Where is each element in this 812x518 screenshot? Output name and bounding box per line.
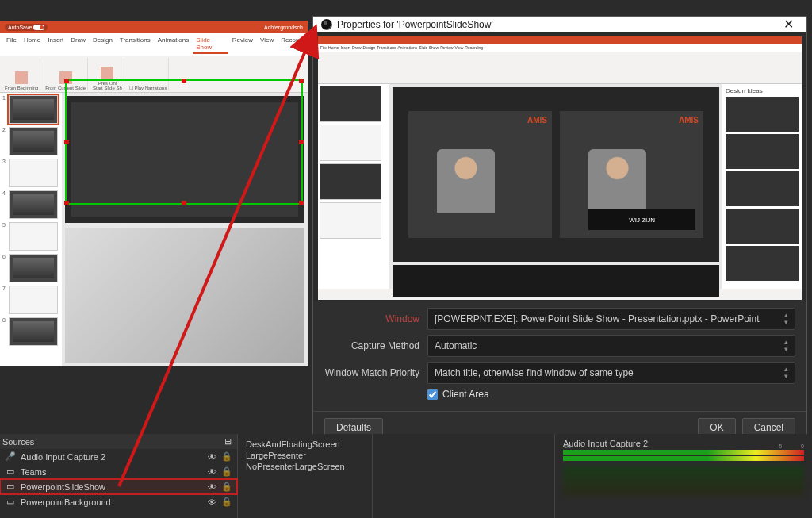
- scene-item[interactable]: LargePresenter: [246, 450, 364, 461]
- banner-text: WIJ ZIJN: [588, 209, 695, 230]
- ribbon-play-narrations[interactable]: Play Narrations: [134, 86, 167, 90]
- window-select[interactable]: [POWERPNT.EXE]: PowerPoint Slide Show - …: [427, 308, 795, 330]
- client-area-label: Client Area: [442, 389, 489, 400]
- capture-method-select[interactable]: Automatic▴▾: [427, 335, 795, 357]
- slide-thumb[interactable]: [9, 159, 58, 187]
- menu-transitions[interactable]: Transitions: [117, 35, 154, 54]
- source-item[interactable]: ▭Teams👁🔒: [0, 464, 237, 479]
- slide-thumb[interactable]: [9, 286, 58, 314]
- menu-slide-show[interactable]: Slide Show: [193, 35, 228, 54]
- ppt-ribbon: From Beginning From Current Slide Pres O…: [0, 56, 308, 93]
- brand-label: AMIS: [679, 116, 699, 125]
- properties-titlebar: Properties for 'PowerpointSlideShow' ✕: [313, 17, 806, 32]
- brand-label: AMIS: [527, 116, 547, 125]
- source-item[interactable]: ▭PowerpointBackground👁🔒: [0, 494, 237, 509]
- slide-thumb[interactable]: [9, 222, 58, 251]
- menu-record[interactable]: Record: [278, 35, 304, 54]
- menu-home[interactable]: Home: [21, 35, 44, 54]
- audio-meter: [563, 456, 804, 461]
- obs-logo-icon: [321, 19, 332, 30]
- audio-meter: -60-50: [563, 450, 804, 455]
- powerpoint-window: AutoSave Achtergrondsch FileHomeInsertDr…: [0, 21, 308, 354]
- source-item[interactable]: 🎤Audio Input Capture 2👁🔒: [0, 449, 237, 464]
- menu-file[interactable]: File: [3, 35, 20, 54]
- properties-title: Properties for 'PowerpointSlideShow': [337, 19, 493, 30]
- slide-thumb[interactable]: [9, 127, 58, 155]
- ppt-thumbnails[interactable]: 12345678: [0, 93, 62, 366]
- autosave-toggle[interactable]: AutoSave: [5, 24, 48, 31]
- mic-icon: 🎤: [5, 452, 16, 462]
- add-source-button[interactable]: ⊞: [221, 436, 235, 447]
- window-icon: ▭: [5, 467, 16, 477]
- menu-draw[interactable]: Draw: [67, 35, 89, 54]
- source-item[interactable]: ▭PowerpointSlideShow👁🔒: [0, 479, 237, 494]
- match-priority-label: Window Match Priority: [324, 367, 419, 378]
- obs-bottom-panel: Sources⊞ 🎤Audio Input Capture 2👁🔒▭Teams👁…: [0, 434, 812, 518]
- ribbon-from-current[interactable]: From Current Slide: [45, 86, 86, 90]
- ppt-menubar: FileHomeInsertDrawDesignTransitionsAnima…: [0, 33, 308, 56]
- menu-view[interactable]: View: [257, 35, 277, 54]
- slide-thumb[interactable]: [9, 190, 58, 219]
- ribbon-start-section: Start Slide Sh: [93, 86, 122, 90]
- lock-toggle[interactable]: 🔒: [221, 466, 232, 477]
- visibility-toggle[interactable]: 👁: [208, 497, 216, 507]
- lock-toggle[interactable]: 🔒: [221, 482, 232, 492]
- client-area-checkbox[interactable]: [427, 389, 438, 400]
- menu-insert[interactable]: Insert: [44, 35, 67, 54]
- design-ideas-panel[interactable]: Design Ideas: [722, 84, 802, 289]
- ppt-titlebar: AutoSave Achtergrondsch: [0, 21, 308, 33]
- sources-title: Sources: [2, 437, 34, 447]
- properties-dialog: Properties for 'PowerpointSlideShow' ✕ F…: [312, 16, 807, 444]
- sources-panel: Sources⊞ 🎤Audio Input Capture 2👁🔒▭Teams👁…: [0, 434, 238, 518]
- menu-review[interactable]: Review: [229, 35, 256, 54]
- visibility-toggle[interactable]: 👁: [208, 482, 216, 492]
- visibility-toggle[interactable]: 👁: [208, 467, 216, 477]
- audio-mixer: Audio Input Capture 2 -60-50: [555, 434, 812, 518]
- menu-design[interactable]: Design: [90, 35, 116, 54]
- window-icon: ▭: [5, 497, 16, 507]
- properties-form: Window [POWERPNT.EXE]: PowerPoint Slide …: [313, 301, 806, 411]
- menu-animations[interactable]: Animations: [155, 35, 193, 54]
- capture-method-label: Capture Method: [324, 340, 419, 351]
- lock-toggle[interactable]: 🔒: [221, 497, 232, 507]
- ppt-title: Achtergrondsch: [264, 25, 303, 30]
- visibility-toggle[interactable]: 👁: [208, 452, 216, 462]
- scene-item[interactable]: DeskAndFloatingScreen: [246, 439, 364, 450]
- slide-thumb[interactable]: [9, 95, 58, 124]
- slide-thumb[interactable]: [9, 317, 58, 346]
- properties-preview: FileHomeInsertDrawDesignTransitionsAnima…: [313, 32, 806, 301]
- match-priority-select[interactable]: Match title, otherwise find window of sa…: [427, 362, 795, 384]
- slide-thumb[interactable]: [9, 254, 58, 282]
- window-icon: ▭: [5, 482, 16, 492]
- ppt-canvas[interactable]: [62, 93, 308, 366]
- scenes-list[interactable]: DeskAndFloatingScreenLargePresenterNoPre…: [238, 434, 373, 518]
- lock-toggle[interactable]: 🔒: [221, 451, 232, 462]
- scene-item[interactable]: NoPresenterLargeScreen: [246, 461, 364, 472]
- window-label: Window: [324, 313, 419, 324]
- ribbon-from-beginning[interactable]: From Beginning: [5, 86, 38, 90]
- close-button[interactable]: ✕: [779, 17, 799, 32]
